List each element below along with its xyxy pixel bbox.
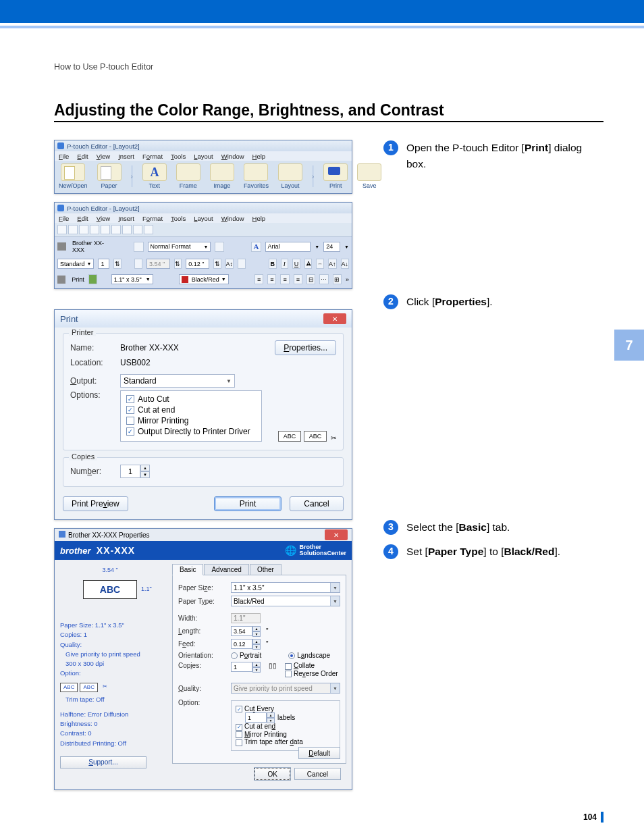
size-down-btn[interactable]: A↓ — [341, 259, 350, 269]
chk-mirror-printing[interactable]: Mirror Printing — [236, 731, 336, 738]
opt-mirror[interactable]: Mirror Printing — [126, 415, 256, 426]
papersize-combo[interactable]: 1.1" x 3.5"▼ — [111, 274, 153, 284]
menu-view[interactable]: View — [97, 215, 110, 222]
ok-button[interactable]: OK — [254, 768, 290, 780]
align-left-btn[interactable]: ≡ — [254, 274, 263, 284]
spin-arrows[interactable]: ⇅ — [213, 259, 221, 269]
mode-combo[interactable]: Standard▼ — [57, 259, 94, 269]
copies-spinner[interactable]: ▲▼ — [120, 465, 150, 478]
quality-select[interactable]: Give priority to print speed — [231, 683, 340, 694]
print-button[interactable]: Print — [214, 496, 281, 511]
feed-spinner[interactable]: 0.12▲▼ — [231, 639, 261, 649]
papertype-select[interactable]: Black/Red — [231, 596, 340, 606]
align-right-btn[interactable]: ≡ — [280, 274, 289, 284]
valign-btn[interactable]: ⊟ — [306, 274, 315, 284]
btn-paper[interactable]: Paper — [97, 163, 122, 189]
tab-basic[interactable]: Basic — [172, 564, 203, 575]
qbtn[interactable] — [144, 225, 153, 234]
opt-auto-cut[interactable]: ✓Auto Cut — [126, 394, 256, 405]
default-button[interactable]: Default — [298, 747, 340, 759]
font-combo[interactable]: Arial — [265, 242, 311, 252]
qbtn[interactable] — [90, 225, 99, 234]
menu-layout[interactable]: Layout — [194, 215, 213, 222]
length-spinner[interactable]: 3.54▲▼ — [231, 626, 261, 636]
menu-edit[interactable]: Edit — [77, 153, 88, 160]
menu-window[interactable]: Window — [221, 215, 244, 222]
align-justify-btn[interactable]: ≡ — [294, 274, 302, 284]
properties-button[interactable]: Properties... — [275, 340, 336, 355]
menu-format[interactable]: Format — [142, 215, 163, 222]
menu-layout[interactable]: Layout — [194, 153, 213, 160]
extra-btn[interactable]: ⊞ — [333, 274, 342, 284]
menu-format[interactable]: Format — [142, 153, 163, 160]
bold-btn[interactable]: B — [269, 259, 277, 269]
btn-image[interactable]: Image — [210, 163, 234, 189]
copies-spinner[interactable]: 1▲▼ — [231, 662, 261, 672]
gap-box[interactable]: 0.12 " — [186, 259, 209, 269]
direction-icon[interactable]: A↕ — [225, 259, 234, 269]
print-go-icon[interactable] — [88, 274, 97, 284]
color-combo[interactable]: Black/Red▼ — [179, 274, 229, 284]
qbtn[interactable] — [68, 225, 78, 234]
spin-arrows[interactable]: ⇅ — [174, 259, 182, 269]
fontsize-combo[interactable]: 24 — [323, 242, 340, 252]
btn-new-open[interactable]: New/Open — [59, 163, 88, 189]
chk-trim-after[interactable]: Trim tape after data — [236, 738, 336, 746]
btn-text[interactable]: AText — [142, 163, 167, 189]
underline-btn[interactable]: U — [292, 259, 300, 269]
cancel-button[interactable]: Cancel — [290, 496, 344, 511]
btn-print[interactable]: Print — [323, 163, 348, 189]
kern-btn[interactable]: ↔ — [316, 259, 324, 269]
print-label[interactable]: Print — [72, 276, 84, 283]
radio-portrait[interactable]: Portrait — [231, 652, 261, 659]
chk-reverse[interactable]: Reverse Order — [285, 670, 338, 677]
dropdown-icon[interactable]: ▼ — [315, 244, 319, 249]
chk-collate[interactable]: Collate — [285, 662, 338, 669]
copies-input[interactable] — [120, 465, 140, 478]
cut-every-spinner[interactable]: 1▲▼ — [245, 712, 275, 723]
menu-help[interactable]: Help — [252, 153, 266, 160]
qbtn[interactable] — [57, 225, 67, 234]
spin-down-icon[interactable]: ▼ — [140, 471, 150, 478]
qbtn[interactable] — [122, 225, 132, 234]
strike-btn[interactable]: A̶ — [304, 259, 313, 269]
length-box[interactable]: 3.54 " — [146, 259, 170, 269]
italic-btn[interactable]: I — [281, 259, 289, 269]
qbtn[interactable] — [79, 225, 88, 234]
more-btn[interactable]: ⋯ — [319, 274, 328, 284]
qbtn[interactable] — [101, 225, 110, 234]
close-icon[interactable]: ✕ — [323, 313, 346, 324]
output-select[interactable]: Standard — [120, 374, 235, 388]
support-button[interactable]: Support... — [60, 756, 146, 768]
solutions-center-link[interactable]: BrotherSolutionsCenter — [299, 544, 346, 556]
btn-frame[interactable]: Frame — [176, 163, 200, 189]
spin-arrows[interactable]: ⇅ — [113, 259, 122, 269]
radio-landscape[interactable]: Landscape — [288, 652, 330, 659]
opt-output-direct[interactable]: ✓Output Directly to Printer Driver — [126, 426, 256, 437]
menu-tools[interactable]: Tools — [171, 215, 186, 222]
menu-insert[interactable]: Insert — [118, 215, 134, 222]
tab-other[interactable]: Other — [250, 564, 281, 575]
chk-cut-every[interactable]: ✓Cut Every — [236, 705, 336, 712]
btn-favorites[interactable]: Favorites — [244, 163, 269, 189]
btn-save[interactable]: Save — [357, 163, 381, 189]
size-up-btn[interactable]: A↑ — [328, 259, 337, 269]
tab-advanced[interactable]: Advanced — [204, 564, 248, 575]
orientation-icon[interactable] — [215, 242, 224, 252]
papersize-select[interactable]: 1.1" x 3.5" — [231, 582, 340, 593]
close-icon[interactable]: ✕ — [325, 529, 348, 540]
copies-spin[interactable]: 1 — [98, 259, 109, 269]
menu-insert[interactable]: Insert — [118, 153, 134, 160]
chk-cut-at-end[interactable]: ✓Cut at end — [236, 723, 336, 730]
print-preview-button[interactable]: Print Preview — [63, 496, 128, 511]
menu-help[interactable]: Help — [252, 215, 266, 222]
opt-cut-at-end[interactable]: ✓Cut at end — [126, 405, 256, 415]
paper-mini-icon[interactable] — [134, 242, 143, 252]
menu-view[interactable]: View — [97, 153, 110, 160]
qbtn[interactable] — [111, 225, 121, 234]
spin-up-icon[interactable]: ▲ — [140, 465, 150, 471]
menu-tools[interactable]: Tools — [171, 153, 186, 160]
menu-file[interactable]: File — [59, 215, 69, 222]
cancel-button[interactable]: Cancel — [294, 768, 341, 780]
qbtn[interactable] — [133, 225, 142, 234]
